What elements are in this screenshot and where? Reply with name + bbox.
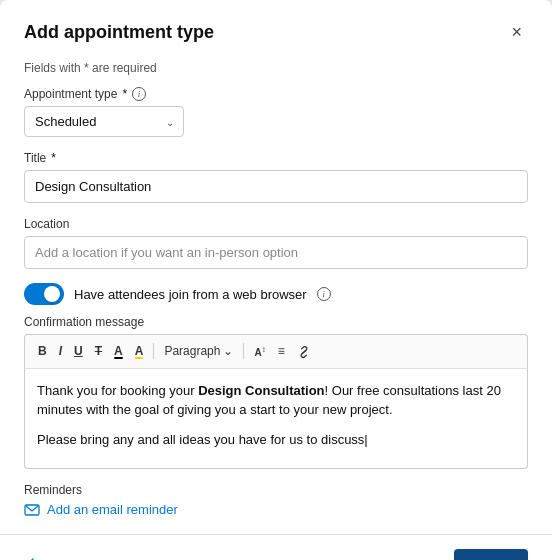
link-button[interactable]: [292, 341, 316, 362]
editor-area[interactable]: Thank you for booking your Design Consul…: [24, 369, 528, 469]
modal-title: Add appointment type: [24, 22, 214, 43]
reminders-section: Reminders Add an email reminder: [24, 483, 528, 518]
modal-body: Fields with * are required Appointment t…: [0, 57, 552, 534]
appointment-type-select[interactable]: Scheduled On-demand: [24, 106, 184, 137]
editor-bold-text: Design Consultation: [198, 383, 324, 398]
save-button[interactable]: Save: [454, 549, 528, 560]
font-color-button[interactable]: A: [109, 341, 128, 361]
required-star-title: *: [51, 151, 56, 165]
location-input[interactable]: [24, 236, 528, 269]
title-group: Title *: [24, 151, 528, 203]
align-button[interactable]: ≡: [273, 341, 290, 361]
underline-button[interactable]: U: [69, 341, 88, 361]
confirmation-message-label: Confirmation message: [24, 315, 528, 329]
location-label: Location: [24, 217, 528, 231]
modal-footer: Back to Settings Save: [0, 534, 552, 560]
title-label: Title *: [24, 151, 528, 165]
font-size-button[interactable]: A↕: [249, 342, 270, 361]
italic-button[interactable]: I: [54, 341, 67, 361]
strikethrough-button[interactable]: T: [90, 341, 107, 361]
appointment-type-group: Appointment type * i Scheduled On-demand…: [24, 87, 528, 137]
paragraph-label: Paragraph: [164, 344, 220, 358]
toolbar-separator-1: [153, 343, 154, 359]
title-input[interactable]: [24, 170, 528, 203]
toggle-slider: [24, 283, 64, 305]
add-email-reminder-button[interactable]: Add an email reminder: [24, 502, 178, 518]
toolbar-separator-2: [243, 343, 244, 359]
toggle-label: Have attendees join from a web browser: [74, 287, 307, 302]
appointment-type-info-icon[interactable]: i: [132, 87, 146, 101]
toggle-row: Have attendees join from a web browser i: [24, 283, 528, 305]
highlight-button[interactable]: A: [130, 341, 149, 361]
modal-header: Add appointment type ×: [0, 0, 552, 57]
editor-line-1: Thank you for booking your Design Consul…: [37, 381, 515, 420]
email-icon: [24, 502, 40, 518]
paragraph-dropdown[interactable]: Paragraph ⌄: [159, 341, 238, 361]
close-button[interactable]: ×: [505, 20, 528, 45]
add-appointment-modal: Add appointment type × Fields with * are…: [0, 0, 552, 560]
required-star: *: [122, 87, 127, 101]
location-group: Location: [24, 217, 528, 269]
required-note: Fields with * are required: [24, 61, 528, 75]
dropdown-chevron-icon: ⌄: [223, 344, 233, 358]
editor-toolbar: B I U T A A Paragr: [24, 334, 528, 369]
appointment-type-select-wrapper: Scheduled On-demand ⌄: [24, 106, 184, 137]
editor-line-2: Please bring any and all ideas you have …: [37, 430, 515, 450]
web-browser-toggle[interactable]: [24, 283, 64, 305]
confirmation-message-group: Confirmation message B I U T A A: [24, 315, 528, 469]
appointment-type-label: Appointment type * i: [24, 87, 528, 101]
reminders-label: Reminders: [24, 483, 528, 497]
bold-button[interactable]: B: [33, 341, 52, 361]
toggle-info-icon[interactable]: i: [317, 287, 331, 301]
